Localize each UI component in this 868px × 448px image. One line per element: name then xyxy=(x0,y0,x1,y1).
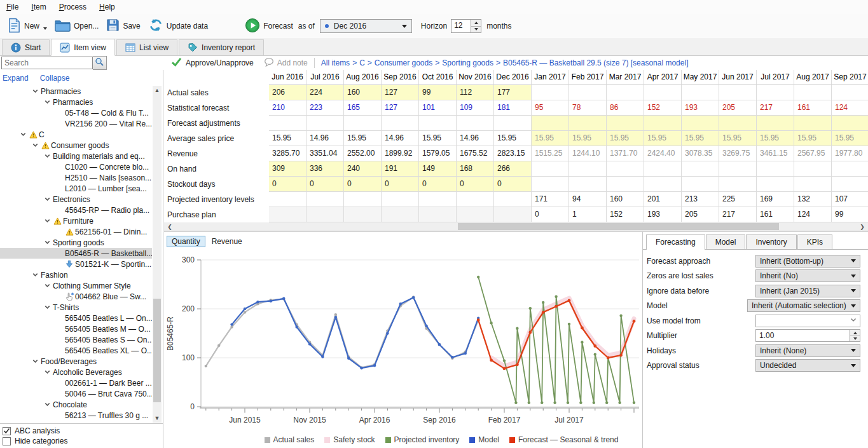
table-cell[interactable]: 127 xyxy=(382,85,419,100)
table-cell[interactable]: 14.96 xyxy=(307,131,344,146)
table-cell[interactable] xyxy=(532,177,569,192)
hscrollbar-thumb[interactable] xyxy=(458,223,779,230)
table-cell[interactable] xyxy=(607,177,644,192)
settings-tab-kpis[interactable]: KPIs xyxy=(797,234,832,249)
scroll-down-icon[interactable]: ▼ xyxy=(153,414,162,423)
table-cell[interactable]: 124 xyxy=(832,100,868,116)
table-cell[interactable] xyxy=(569,85,607,100)
update-data-button[interactable]: Update data xyxy=(144,16,212,36)
table-cell[interactable]: 1977.80 xyxy=(832,146,868,161)
table-cell[interactable] xyxy=(532,161,569,177)
table-cell[interactable]: 99 xyxy=(419,85,457,100)
forecast-approach-dropdown[interactable]: Inherit (Bottom-up) xyxy=(755,255,860,268)
tree-item[interactable]: Electronics xyxy=(0,194,152,205)
table-cell[interactable]: 101 xyxy=(419,100,457,116)
open-button[interactable]: Open... xyxy=(51,17,102,36)
table-cell[interactable]: 15.95 xyxy=(419,131,457,146)
tree-item[interactable]: L2010 — Lumber [sea... xyxy=(0,183,152,194)
table-cell[interactable]: 206 xyxy=(269,85,307,100)
tree-item[interactable]: T-Shirts xyxy=(0,302,152,313)
table-cell[interactable]: 193 xyxy=(682,100,719,116)
table-cell[interactable] xyxy=(607,161,644,177)
tree-item[interactable]: Building materials and eq... xyxy=(0,151,152,161)
table-cell[interactable] xyxy=(832,177,868,192)
tree-item[interactable]: 002661-1 — Dark Beer ... xyxy=(0,377,152,388)
table-cell[interactable] xyxy=(307,116,344,131)
table-cell[interactable]: 205 xyxy=(682,207,719,222)
table-cell[interactable]: 0 xyxy=(269,177,307,192)
table-cell[interactable]: 1244.10 xyxy=(569,146,607,161)
table-cell[interactable]: 3285.70 xyxy=(269,146,307,161)
table-cell[interactable]: 336 xyxy=(307,161,344,177)
tree-item[interactable]: 565405 Beatles XL — O... xyxy=(0,345,152,356)
table-cell[interactable]: 0 xyxy=(382,177,419,192)
table-cell[interactable] xyxy=(794,161,832,177)
search-button[interactable] xyxy=(93,56,107,70)
table-cell[interactable] xyxy=(682,161,719,177)
table-cell[interactable]: 165 xyxy=(344,100,382,116)
chart-tab-revenue[interactable]: Revenue xyxy=(207,236,247,247)
table-cell[interactable]: 213 xyxy=(682,192,719,207)
table-cell[interactable] xyxy=(794,116,832,131)
breadcrumb-item[interactable]: C xyxy=(359,58,365,67)
tree-item[interactable]: VR2156 200 — Vital Re... xyxy=(0,118,152,129)
table-cell[interactable]: 169 xyxy=(757,192,794,207)
table-cell[interactable] xyxy=(569,116,607,131)
table-cell[interactable]: 15.95 xyxy=(719,131,757,146)
chevron-down-icon[interactable] xyxy=(42,239,52,246)
table-cell[interactable] xyxy=(457,207,494,222)
table-cell[interactable]: 15.95 xyxy=(532,131,569,146)
table-cell[interactable]: 309 xyxy=(269,161,307,177)
tree-item[interactable]: 05-T48 — Cold & Flu T... xyxy=(0,107,152,118)
tree-item[interactable]: Pharmacies xyxy=(0,97,152,107)
hide-categories-option[interactable]: Hide categories xyxy=(3,436,163,446)
new-button[interactable]: New xyxy=(4,16,51,37)
table-cell[interactable]: 0 xyxy=(307,177,344,192)
table-cell[interactable]: 124 xyxy=(794,207,832,222)
abc-analysis-option[interactable]: ABC analysis xyxy=(3,426,163,436)
table-cell[interactable] xyxy=(644,85,682,100)
table-cell[interactable]: 177 xyxy=(494,85,532,100)
approve-button[interactable]: Approve/Unapprove xyxy=(171,57,254,69)
table-cell[interactable] xyxy=(307,192,344,207)
table-cell[interactable]: 193 xyxy=(644,207,682,222)
table-cell[interactable] xyxy=(682,177,719,192)
chevron-down-icon[interactable] xyxy=(42,98,52,105)
tree-item[interactable]: Furniture xyxy=(0,215,152,226)
table-cell[interactable] xyxy=(382,116,419,131)
abc-checkbox[interactable] xyxy=(3,427,11,435)
table-cell[interactable] xyxy=(794,85,832,100)
table-cell[interactable]: 1579.05 xyxy=(419,146,457,161)
table-cell[interactable]: 201 xyxy=(644,192,682,207)
chevron-down-icon[interactable] xyxy=(30,142,40,149)
table-cell[interactable]: 152 xyxy=(644,100,682,116)
table-cell[interactable] xyxy=(532,116,569,131)
multiplier-stepper[interactable]: 1.00 xyxy=(755,329,860,342)
model-dropdown[interactable]: Inherit (Automatic selection) xyxy=(747,299,860,312)
chevron-down-icon[interactable] xyxy=(30,271,40,278)
chevron-down-icon[interactable] xyxy=(42,196,52,203)
tree-item[interactable]: S01521-K — Sportin... xyxy=(0,259,152,269)
search-input[interactable] xyxy=(1,57,93,69)
table-cell[interactable]: 15.95 xyxy=(757,131,794,146)
chevron-down-icon[interactable] xyxy=(42,304,52,311)
table-cell[interactable] xyxy=(832,116,868,131)
tree-item[interactable]: 565405 Beatles L — On... xyxy=(0,313,152,323)
table-cell[interactable]: 112 xyxy=(457,85,494,100)
tab-inventory-report[interactable]: Inventory report xyxy=(179,39,264,55)
table-cell[interactable]: 210 xyxy=(269,100,307,116)
table-cell[interactable] xyxy=(757,85,794,100)
settings-tab-forecasting[interactable]: Forecasting xyxy=(646,234,705,250)
chevron-down-icon[interactable] xyxy=(42,369,52,376)
table-cell[interactable] xyxy=(757,177,794,192)
table-cell[interactable] xyxy=(269,192,307,207)
chevron-down-icon[interactable] xyxy=(42,153,52,160)
breadcrumb-item[interactable]: Sporting goods xyxy=(442,58,493,67)
tab-list-view[interactable]: List view xyxy=(116,39,177,55)
tree-item[interactable]: H2510 — Nails [season... xyxy=(0,172,152,183)
tree-scrollbar-thumb[interactable] xyxy=(153,299,161,402)
table-cell[interactable] xyxy=(457,116,494,131)
table-cell[interactable] xyxy=(419,207,457,222)
table-cell[interactable]: 168 xyxy=(457,161,494,177)
stepper-arrows[interactable] xyxy=(850,330,860,341)
